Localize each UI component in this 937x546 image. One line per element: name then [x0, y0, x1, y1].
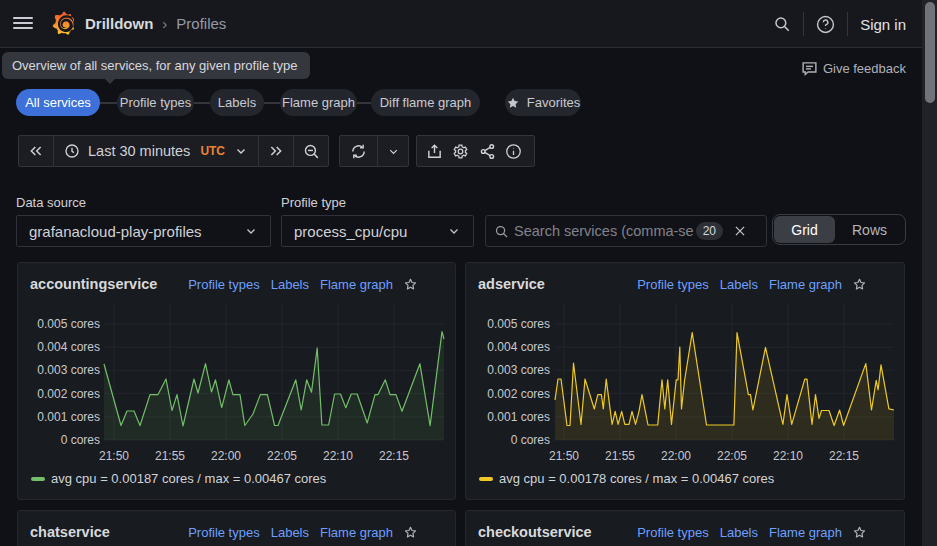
- svg-text:0.003 cores: 0.003 cores: [37, 363, 100, 377]
- svg-text:22:05: 22:05: [267, 449, 297, 463]
- svg-text:0.002 cores: 0.002 cores: [37, 387, 100, 401]
- svg-text:0.005 cores: 0.005 cores: [37, 317, 100, 331]
- svg-text:21:55: 21:55: [605, 449, 635, 463]
- svg-text:22:05: 22:05: [717, 449, 747, 463]
- svg-text:0.001 cores: 0.001 cores: [487, 410, 550, 424]
- svg-text:0.001 cores: 0.001 cores: [37, 410, 100, 424]
- svg-text:21:55: 21:55: [155, 449, 185, 463]
- svg-text:0 cores: 0 cores: [61, 433, 100, 447]
- svg-text:22:10: 22:10: [323, 449, 353, 463]
- svg-text:21:50: 21:50: [549, 449, 579, 463]
- svg-text:22:10: 22:10: [773, 449, 803, 463]
- svg-text:0.004 cores: 0.004 cores: [37, 340, 100, 354]
- svg-text:22:00: 22:00: [661, 449, 691, 463]
- svg-text:0 cores: 0 cores: [511, 433, 550, 447]
- svg-text:0.004 cores: 0.004 cores: [487, 340, 550, 354]
- svg-text:22:15: 22:15: [829, 449, 859, 463]
- svg-text:22:00: 22:00: [211, 449, 241, 463]
- svg-text:22:15: 22:15: [379, 449, 409, 463]
- svg-text:0.003 cores: 0.003 cores: [487, 363, 550, 377]
- svg-text:0.005 cores: 0.005 cores: [487, 317, 550, 331]
- svg-text:21:50: 21:50: [99, 449, 129, 463]
- svg-text:0.002 cores: 0.002 cores: [487, 387, 550, 401]
